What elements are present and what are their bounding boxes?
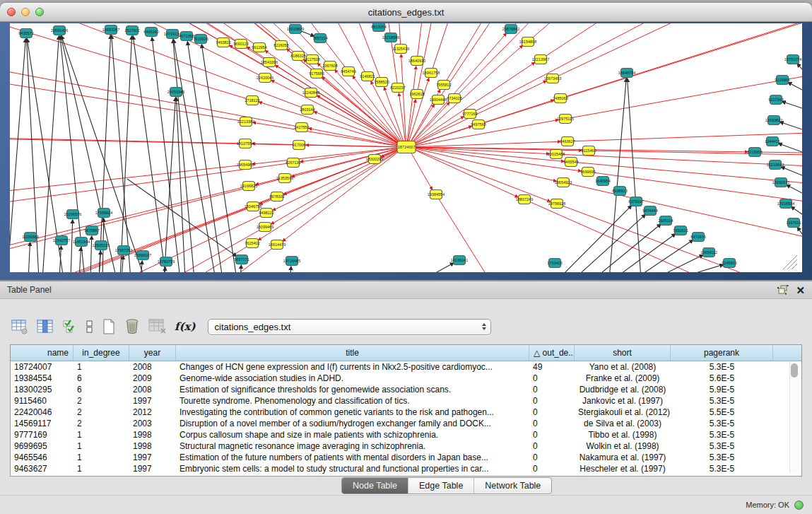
table-cell[interactable]: Embryonic stem cells: a model to study s… [176, 464, 529, 474]
table-cell[interactable]: Yano et al. (2008) [575, 362, 671, 372]
graph-node[interactable]: 12093822 [765, 116, 782, 125]
graph-node[interactable]: 20876842 [502, 25, 519, 34]
graph-node[interactable]: 10654112 [700, 248, 717, 257]
graph-node[interactable]: 20053346 [167, 88, 184, 97]
close-window-icon[interactable] [7, 8, 16, 16]
column-header-in-degree[interactable]: in_degree [73, 345, 129, 361]
column-header-pagerank[interactable]: pagerank [671, 345, 773, 361]
graph-node[interactable]: 8186328 [290, 52, 305, 61]
table-cell[interactable]: Dudbridge et al. (2008) [575, 385, 671, 395]
graph-node[interactable]: 18724007 [397, 141, 416, 153]
graph-node[interactable]: 7485063 [553, 94, 567, 103]
graph-node[interactable]: 8226058 [273, 41, 288, 50]
table-row[interactable]: 2242004622012Investigating the contribut… [11, 407, 801, 418]
table-cell[interactable]: 18724007 [11, 362, 73, 372]
graph-node[interactable]: 15218586 [382, 33, 399, 42]
table-cell[interactable]: 2 [73, 419, 129, 428]
tab-network-table[interactable]: Network Table [473, 478, 551, 493]
graph-node[interactable]: 1733426 [547, 259, 562, 268]
table-cell[interactable]: 6 [73, 385, 129, 395]
float-panel-icon[interactable] [777, 280, 789, 300]
table-cell[interactable]: 1997 [129, 464, 176, 474]
table-cell[interactable]: Stergiakouli et al. (2012) [575, 407, 671, 417]
graph-node[interactable]: 11325419 [392, 45, 409, 54]
column-header-short[interactable]: short [575, 345, 671, 361]
table-cell[interactable]: 1 [73, 362, 129, 372]
graph-node[interactable]: 9660123 [233, 40, 248, 49]
graph-node[interactable]: 2935114 [658, 216, 673, 226]
graph-node[interactable]: 19904448 [430, 95, 447, 105]
graph-node[interactable]: 9245652 [722, 259, 736, 268]
table-cell[interactable]: 5.3E-5 [671, 419, 773, 428]
table-cell[interactable]: 2008 [129, 385, 176, 395]
table-cell[interactable]: 5.3E-5 [671, 441, 773, 451]
table-cell[interactable]: Hescheler et al. (1997) [575, 464, 671, 474]
delete-column-icon[interactable] [124, 317, 141, 337]
graph-node[interactable]: 16654923 [555, 178, 572, 187]
graph-node[interactable]: 6734028 [447, 94, 461, 103]
table-row[interactable]: 1872400712008Changes of HCN gene express… [11, 361, 801, 373]
graph-node[interactable]: 7615526 [193, 35, 208, 44]
graph-node[interactable]: 9127508 [305, 55, 319, 64]
graph-node[interactable]: 917008 [293, 141, 305, 150]
graph-node[interactable]: 9227343 [768, 95, 783, 105]
graph-node[interactable]: 19654985 [237, 160, 254, 170]
table-cell[interactable]: Genome-wide association studies in ADHD. [176, 373, 529, 383]
table-cell[interactable]: 0 [529, 430, 575, 440]
table-cell[interactable]: 0 [529, 385, 575, 395]
table-cell[interactable]: 2008 [129, 362, 176, 372]
table-settings-icon[interactable] [11, 317, 29, 337]
graph-node[interactable]: 16782759 [158, 257, 175, 267]
show-columns-icon[interactable] [37, 317, 54, 337]
graph-node[interactable]: 10653287 [102, 25, 119, 35]
graph-node[interactable]: 11451944 [73, 238, 90, 247]
column-header-out-de-[interactable]: △ out_de... [529, 345, 575, 361]
graph-node[interactable]: 8471676 [690, 233, 705, 242]
table-cell[interactable]: 2 [73, 396, 129, 406]
graph-node[interactable]: 16958107 [134, 251, 151, 260]
graph-node[interactable]: 12242848 [302, 88, 319, 98]
graph-node[interactable]: 9129966 [775, 76, 789, 85]
graph-node[interactable]: 2803144 [300, 105, 314, 115]
table-cell[interactable]: 5.3E-5 [671, 430, 773, 440]
graph-node[interactable]: 9912954 [252, 43, 266, 52]
row-height-icon[interactable] [86, 317, 94, 337]
graph-node[interactable]: 7857224 [312, 34, 327, 43]
table-cell[interactable]: 9699695 [11, 441, 73, 451]
table-cell[interactable]: Investigating the contribution of common… [176, 407, 529, 417]
table-cell[interactable]: 5.3E-5 [671, 452, 773, 462]
graph-node[interactable]: 12213967 [532, 55, 549, 64]
table-cell[interactable]: 9777169 [11, 430, 73, 440]
column-header-year[interactable]: year [129, 345, 176, 361]
table-cell[interactable]: 1998 [129, 430, 176, 440]
table-cell[interactable]: 2003 [129, 419, 176, 428]
graph-node[interactable]: 9175685 [309, 69, 324, 78]
graph-node[interactable]: 9474444 [642, 206, 657, 216]
table-cell[interactable]: 5.3E-5 [671, 396, 773, 406]
table-row[interactable]: 911546021997Tourette syndrome. Phenomeno… [11, 395, 801, 407]
graph-node[interactable]: 14136141 [451, 256, 468, 265]
graph-node[interactable]: 6379197 [628, 197, 643, 206]
network-canvas[interactable]: 9435572206914061065328715276026466160107… [10, 23, 802, 272]
graph-node[interactable]: 9497568 [471, 120, 486, 129]
table-cell[interactable]: 5.6E-5 [671, 373, 773, 383]
table-cell[interactable]: 1 [73, 430, 129, 440]
table-cell[interactable]: 0 [529, 419, 575, 428]
graph-node[interactable]: 20691406 [51, 26, 68, 35]
table-cell[interactable]: Estimation of the future numbers of pati… [176, 452, 529, 462]
graph-node[interactable]: 15751074 [784, 55, 801, 64]
table-cell[interactable]: 18300295 [11, 385, 73, 395]
table-cell[interactable]: 1 [73, 452, 129, 462]
table-cell[interactable]: 1 [73, 441, 129, 451]
table-cell[interactable]: Jankovic et al. (1997) [575, 396, 671, 406]
graph-node[interactable]: 12975115 [557, 115, 574, 124]
table-cell[interactable]: Changes of HCN gene expression and I(f) … [176, 362, 529, 372]
graph-node[interactable]: 20206576 [64, 210, 81, 219]
table-cell[interactable]: 2 [73, 407, 129, 417]
column-header-name[interactable]: name [11, 345, 73, 361]
table-cell[interactable]: 0 [529, 464, 575, 474]
table-cell[interactable]: 2009 [129, 373, 176, 383]
table-cell[interactable]: 0 [529, 396, 575, 406]
graph-node[interactable]: 2367608 [322, 62, 337, 71]
graph-node[interactable]: 1640954 [595, 177, 610, 186]
